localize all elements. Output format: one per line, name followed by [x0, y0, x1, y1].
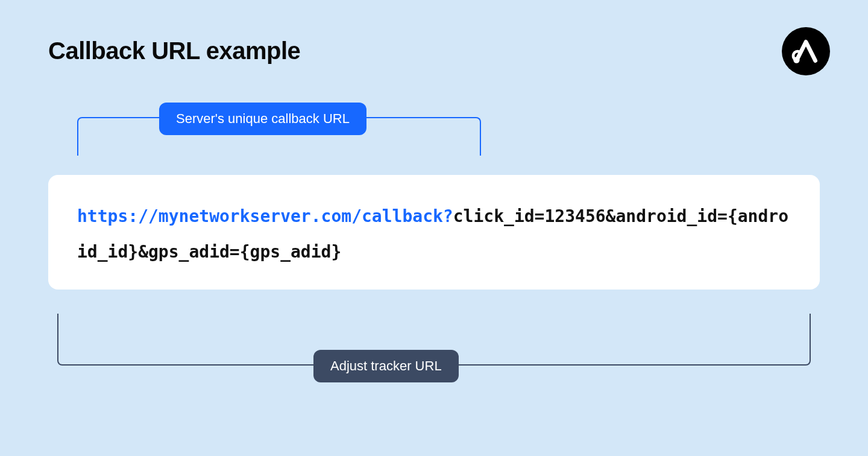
adjust-logo-icon [782, 27, 830, 75]
url-base-part: https://mynetworkserver.com/callback? [77, 206, 453, 226]
page-title: Callback URL example [48, 37, 300, 65]
url-example-card: https://mynetworkserver.com/callback?cli… [48, 175, 820, 290]
label-server-callback: Server's unique callback URL [159, 103, 366, 135]
label-tracker-url: Adjust tracker URL [313, 350, 459, 382]
